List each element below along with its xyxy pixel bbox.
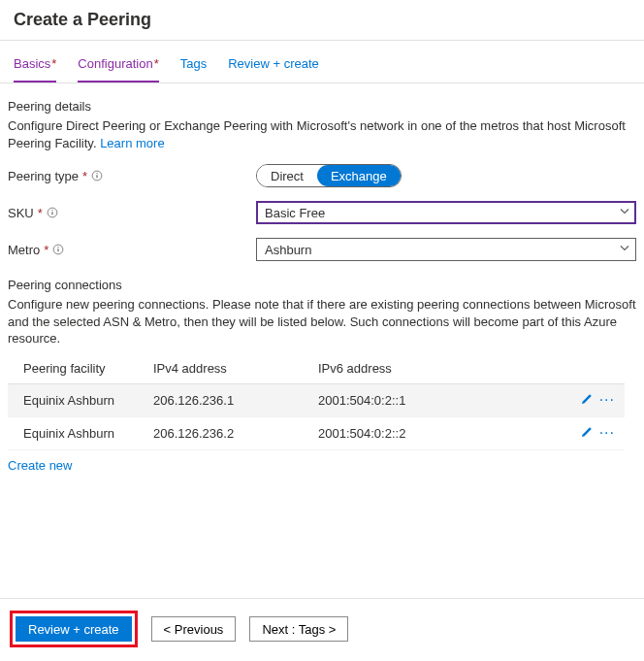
info-icon[interactable] <box>91 170 103 182</box>
tab-configuration[interactable]: Configuration* <box>78 50 158 83</box>
connections-table: Peering facility IPv4 address IPv6 addre… <box>8 353 625 450</box>
tab-tags-label: Tags <box>180 56 207 71</box>
svg-point-2 <box>96 173 97 174</box>
info-icon[interactable] <box>47 207 58 218</box>
cell-facility: Equinix Ashburn <box>8 416 144 449</box>
required-star: * <box>154 56 159 71</box>
metro-select[interactable]: Ashburn <box>256 238 636 261</box>
col-facility: Peering facility <box>8 353 144 384</box>
sku-value: Basic Free <box>265 206 325 220</box>
connections-desc: Configure new peering connections. Pleas… <box>8 296 636 347</box>
chevron-down-icon <box>619 206 630 220</box>
create-new-link[interactable]: Create new <box>8 458 72 473</box>
next-button[interactable]: Next : Tags > <box>249 616 348 642</box>
required-star: * <box>82 169 87 183</box>
tab-basics-label: Basics <box>14 56 50 71</box>
chevron-down-icon <box>619 243 630 257</box>
tab-configuration-label: Configuration <box>78 56 152 71</box>
required-star: * <box>51 56 56 71</box>
tab-bar: Basics* Configuration* Tags Review + cre… <box>0 41 644 83</box>
col-actions <box>566 353 625 384</box>
connections-heading: Peering connections <box>8 278 636 292</box>
tab-review[interactable]: Review + create <box>228 50 319 83</box>
tab-basics[interactable]: Basics* <box>14 50 56 83</box>
learn-more-link[interactable]: Learn more <box>100 136 164 150</box>
svg-point-8 <box>58 247 59 248</box>
row-metro: Metro * Ashburn <box>8 235 636 264</box>
metro-label: Metro <box>8 243 40 257</box>
form: Peering type * Direct Exchange SKU * <box>8 161 636 264</box>
col-ipv6: IPv6 address <box>308 353 566 384</box>
peering-type-direct[interactable]: Direct <box>257 165 317 186</box>
more-icon[interactable]: ··· <box>599 428 615 438</box>
cell-ipv6: 2001:504:0:2::1 <box>308 383 566 416</box>
previous-button[interactable]: < Previous <box>151 616 237 642</box>
peering-details-heading: Peering details <box>8 99 636 114</box>
footer: Review + create < Previous Next : Tags > <box>0 598 644 661</box>
peering-type-exchange[interactable]: Exchange <box>317 165 401 186</box>
cell-ipv4: 206.126.236.2 <box>144 416 308 449</box>
row-peering-type: Peering type * Direct Exchange <box>8 161 636 190</box>
cell-ipv4: 206.126.236.1 <box>144 383 308 416</box>
peering-type-label: Peering type <box>8 169 79 183</box>
svg-point-5 <box>51 210 52 211</box>
edit-icon[interactable] <box>580 425 594 442</box>
peering-type-toggle: Direct Exchange <box>256 164 402 187</box>
more-icon[interactable]: ··· <box>599 395 615 405</box>
highlight-box: Review + create <box>10 611 138 647</box>
info-icon[interactable] <box>52 244 64 255</box>
required-star: * <box>44 243 48 257</box>
cell-ipv6: 2001:504:0:2::2 <box>308 416 566 449</box>
review-create-button[interactable]: Review + create <box>16 616 132 642</box>
row-sku: SKU * Basic Free <box>8 198 636 227</box>
table-row: Equinix Ashburn 206.126.236.1 2001:504:0… <box>8 383 625 416</box>
peering-details-desc: Configure Direct Peering or Exchange Pee… <box>8 117 636 151</box>
sku-select[interactable]: Basic Free <box>256 201 636 224</box>
tab-tags[interactable]: Tags <box>180 50 207 83</box>
metro-value: Ashburn <box>265 243 311 257</box>
edit-icon[interactable] <box>580 392 594 409</box>
required-star: * <box>38 206 43 220</box>
page-title: Create a Peering <box>8 10 636 30</box>
sku-label: SKU <box>8 206 34 220</box>
tab-review-label: Review + create <box>228 56 319 71</box>
cell-facility: Equinix Ashburn <box>8 383 144 416</box>
table-row: Equinix Ashburn 206.126.236.2 2001:504:0… <box>8 416 625 449</box>
col-ipv4: IPv4 address <box>144 353 308 384</box>
